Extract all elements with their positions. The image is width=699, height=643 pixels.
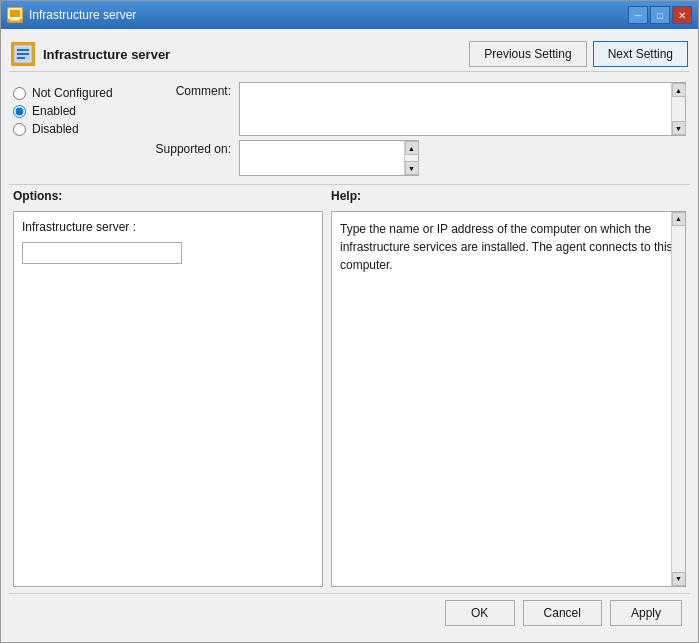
policy-title: Infrastructure server [43,47,170,62]
not-configured-radio-row[interactable]: Not Configured [13,86,133,100]
maximize-button[interactable]: □ [650,6,670,24]
enabled-radio[interactable] [13,105,26,118]
supported-scroll-down[interactable]: ▼ [405,161,419,175]
content-area: Infrastructure server Previous Setting N… [1,29,698,642]
minimize-button[interactable]: ─ [628,6,648,24]
disabled-radio-row[interactable]: Disabled [13,122,133,136]
svg-rect-7 [17,57,25,59]
title-bar: Infrastructure server ─ □ ✕ [1,1,698,29]
prev-setting-button[interactable]: Previous Setting [469,41,586,67]
bottom-buttons: OK Cancel Apply [9,593,690,634]
bottom-panels: Infrastructure server : Type the name or… [9,211,690,587]
enabled-radio-row[interactable]: Enabled [13,104,133,118]
comment-scroll-down[interactable]: ▼ [672,121,686,135]
help-scroll-down[interactable]: ▼ [672,572,686,586]
infra-server-label: Infrastructure server : [22,220,314,234]
options-section-label: Options: [13,189,323,203]
title-bar-left: Infrastructure server [7,7,136,23]
header-buttons: Previous Setting Next Setting [469,41,688,67]
supported-scrollbar: ▲ ▼ [404,141,418,175]
window-icon [7,7,23,23]
help-scrollbar: ▲ ▼ [671,212,685,586]
options-help-labels: Options: Help: [9,184,690,205]
apply-button[interactable]: Apply [610,600,682,626]
ok-button[interactable]: OK [445,600,515,626]
comment-label: Comment: [141,82,231,98]
not-configured-label: Not Configured [32,86,113,100]
comment-scrollbar: ▲ ▼ [671,83,685,135]
disabled-radio[interactable] [13,123,26,136]
window-title: Infrastructure server [29,8,136,22]
cancel-button[interactable]: Cancel [523,600,602,626]
supported-row: Supported on: ▲ ▼ [141,140,686,176]
help-panel: Type the name or IP address of the compu… [331,211,686,587]
svg-rect-0 [9,9,21,18]
right-fields: Comment: ▲ ▼ Supported on: [141,82,686,176]
close-button[interactable]: ✕ [672,6,692,24]
supported-scroll-up[interactable]: ▲ [405,141,419,155]
main-window: Infrastructure server ─ □ ✕ [0,0,699,643]
svg-rect-6 [17,53,29,55]
title-bar-controls: ─ □ ✕ [628,6,692,24]
disabled-label: Disabled [32,122,79,136]
radio-group: Not Configured Enabled Disabled [13,82,133,176]
infra-server-input[interactable] [22,242,182,264]
top-form: Not Configured Enabled Disabled Comment: [9,82,690,176]
supported-textarea[interactable] [240,141,404,175]
comment-textarea[interactable] [240,83,671,135]
comment-scroll-up[interactable]: ▲ [672,83,686,97]
next-setting-button[interactable]: Next Setting [593,41,688,67]
comment-textarea-wrapper: ▲ ▼ [239,82,686,136]
help-text: Type the name or IP address of the compu… [340,222,673,272]
supported-textarea-wrapper: ▲ ▼ [239,140,419,176]
help-scroll-up[interactable]: ▲ [672,212,686,226]
policy-icon [11,42,35,66]
header-row: Infrastructure server Previous Setting N… [9,37,690,72]
comment-row: Comment: ▲ ▼ [141,82,686,136]
options-panel: Infrastructure server : [13,211,323,587]
enabled-label: Enabled [32,104,76,118]
supported-label: Supported on: [141,140,231,156]
svg-rect-5 [17,49,29,51]
not-configured-radio[interactable] [13,87,26,100]
help-section-label: Help: [331,189,361,203]
header-left: Infrastructure server [11,42,170,66]
